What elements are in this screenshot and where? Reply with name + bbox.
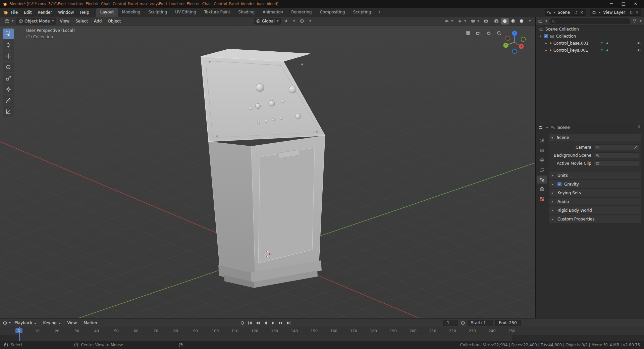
add-workspace-button[interactable]: + <box>375 8 384 17</box>
navigation-gizmo[interactable]: Z Y X <box>500 28 529 56</box>
expand-icon[interactable]: ▸ <box>544 41 548 45</box>
perspective-grid-icon[interactable] <box>464 30 472 37</box>
timeline-ruler[interactable]: 1020304050607080901001101201301401501601… <box>0 327 644 335</box>
menu-item[interactable]: Window <box>55 8 77 17</box>
jump-to-start-button[interactable] <box>247 320 253 326</box>
tab-texture[interactable] <box>537 195 547 203</box>
view-menu[interactable]: View <box>64 318 80 327</box>
visibility-eye-icon[interactable] <box>636 48 641 53</box>
pin-icon[interactable] <box>637 125 641 130</box>
snap-toggle[interactable] <box>282 18 290 24</box>
editor-type-button[interactable] <box>3 18 15 24</box>
marker-menu[interactable]: Marker <box>80 318 100 327</box>
workspace-tab[interactable]: Compositing <box>316 8 349 17</box>
shading-solid-button[interactable] <box>501 18 509 24</box>
section-custom-properties[interactable]: ▸ Custom Properties <box>549 215 641 223</box>
viewport-canvas[interactable] <box>0 26 535 318</box>
gizmo-z-neg-axis[interactable] <box>513 49 517 54</box>
background-scene-field[interactable] <box>594 152 639 158</box>
next-keyframe-button[interactable] <box>277 320 284 326</box>
mode-dropdown[interactable]: Object Mode <box>16 18 56 24</box>
scene-panel-header[interactable]: ▾ Scene <box>549 134 641 141</box>
tab-tool[interactable] <box>537 137 547 145</box>
visibility-eye-icon[interactable] <box>636 41 641 46</box>
section-keying-sets[interactable]: ▸ Keying Sets <box>549 189 641 197</box>
menu-item[interactable]: Edit <box>21 8 35 17</box>
transform-orientation-dropdown[interactable]: Global <box>254 18 281 24</box>
minimize-button[interactable]: − <box>605 0 618 8</box>
viewport-menu-item[interactable]: View <box>57 17 72 26</box>
gravity-checkbox[interactable]: ✓ <box>557 182 561 186</box>
section-audio[interactable]: ▸ Audio <box>549 198 641 205</box>
viewport-menu-item[interactable]: Object <box>105 17 124 26</box>
gizmos-dropdown[interactable] <box>456 18 468 24</box>
timeline-editor-icon[interactable] <box>3 320 7 325</box>
expand-icon[interactable]: ▸ <box>544 48 548 52</box>
viewport-menu-item[interactable]: Select <box>72 17 91 26</box>
collapse-icon[interactable]: ▾ <box>539 34 542 38</box>
workspace-tab[interactable]: Shading <box>234 8 259 17</box>
proportional-editing-toggle[interactable] <box>298 18 306 24</box>
tool-cursor[interactable] <box>3 40 14 50</box>
section-units[interactable]: ▸ Units <box>549 171 641 179</box>
tool-move[interactable] <box>3 51 14 61</box>
shading-dropdown[interactable] <box>527 18 533 24</box>
tool-measure[interactable] <box>3 106 14 116</box>
workspace-tab[interactable]: Layout <box>96 8 118 17</box>
workspace-tab[interactable]: Modeling <box>118 8 145 17</box>
close-button[interactable]: × <box>630 0 642 8</box>
menu-item[interactable]: Render <box>35 8 55 17</box>
unlink-scene-icon[interactable]: × <box>579 10 584 15</box>
outliner-search-field[interactable] <box>549 18 630 24</box>
shading-rendered-button[interactable] <box>518 18 526 24</box>
menu-item[interactable]: Help <box>77 8 92 17</box>
tool-transform[interactable] <box>3 84 14 94</box>
outliner-object-row[interactable]: ▸ ▲ Control_base.001 ▲ <box>536 40 644 47</box>
modifier-wrench-icon[interactable] <box>599 41 603 45</box>
frame-start-field[interactable]: Start: 1 <box>468 320 493 326</box>
current-frame-field[interactable]: 1 <box>443 320 458 326</box>
new-scene-icon[interactable] <box>574 10 578 14</box>
remove-view-layer-icon[interactable]: × <box>635 10 639 15</box>
xray-toggle[interactable] <box>482 18 490 24</box>
tab-scene[interactable] <box>537 176 547 184</box>
pan-hand-icon[interactable] <box>485 30 492 37</box>
outliner-editor-icon[interactable] <box>538 19 543 23</box>
collection-checkbox[interactable]: ✓ <box>544 34 548 38</box>
jump-to-end-button[interactable] <box>285 320 292 326</box>
maximize-button[interactable]: □ <box>618 0 630 8</box>
tab-output[interactable] <box>537 156 547 164</box>
workspace-tab[interactable]: UV Editing <box>171 8 200 17</box>
menu-item[interactable]: File <box>8 8 21 17</box>
proportional-dropdown[interactable] <box>307 18 313 24</box>
control-panel-model[interactable] <box>201 49 325 288</box>
outliner-row-collection[interactable]: ▾ ✓ Collection <box>536 33 644 40</box>
previous-keyframe-button[interactable] <box>254 320 261 326</box>
shading-material-button[interactable] <box>509 18 517 24</box>
new-view-layer-icon[interactable] <box>629 10 633 14</box>
tool-rotate[interactable] <box>3 62 14 72</box>
outliner-object-row[interactable]: ▸ ▲ Control_keys.001 ▲ <box>536 47 644 54</box>
viewport-menu-item[interactable]: Add <box>91 17 105 26</box>
section-rigid-body-world[interactable]: ▸ Rigid Body World <box>549 206 641 214</box>
blender-logo-icon[interactable] <box>3 10 8 15</box>
viewport-3d-scene[interactable] <box>0 26 535 318</box>
camera-field[interactable] <box>594 144 639 150</box>
workspace-tab[interactable]: Texture Paint <box>200 8 234 17</box>
shading-wireframe-button[interactable] <box>492 18 500 24</box>
properties-editor-icon[interactable] <box>538 125 543 130</box>
tab-world[interactable] <box>537 185 547 193</box>
play-button[interactable] <box>270 320 276 326</box>
mesh-data-icon[interactable]: ▲ <box>606 49 608 52</box>
tab-render[interactable] <box>537 146 547 154</box>
mesh-data-icon[interactable]: ▲ <box>606 42 608 45</box>
view-layer-selector[interactable]: View Layer × <box>590 9 641 16</box>
frame-end-field[interactable]: End: 250 <box>495 320 521 326</box>
tool-scale[interactable] <box>3 73 14 83</box>
keying-menu[interactable]: Keying <box>40 318 63 327</box>
eyedropper-icon[interactable] <box>634 145 638 149</box>
camera-view-icon[interactable] <box>475 30 482 37</box>
gizmo-y-neg-axis[interactable] <box>521 37 526 42</box>
filter-funnel-icon[interactable] <box>632 19 637 23</box>
modifier-wrench-icon[interactable] <box>599 48 603 52</box>
